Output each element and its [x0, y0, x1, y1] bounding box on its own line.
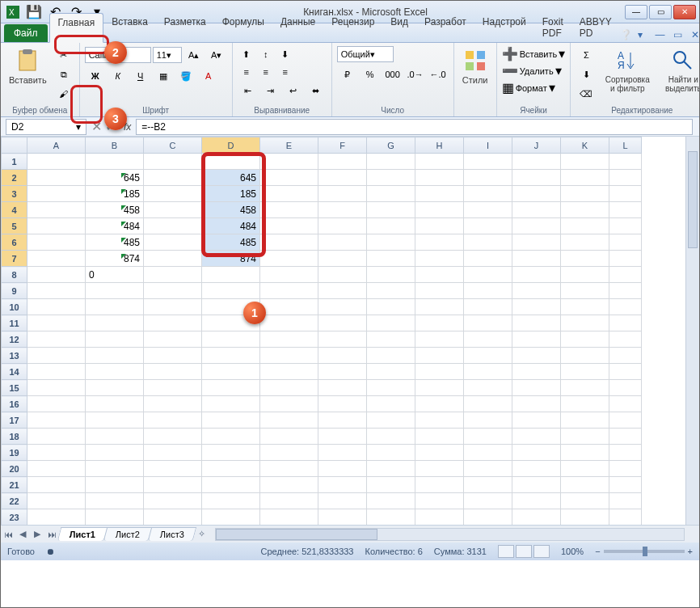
cell-B22[interactable]	[86, 493, 144, 509]
cell-A6[interactable]	[27, 234, 86, 251]
row-header-5[interactable]: 5	[2, 218, 27, 234]
cell-I10[interactable]	[464, 299, 512, 315]
cell-K3[interactable]	[561, 186, 609, 202]
row-header-12[interactable]: 12	[2, 331, 27, 348]
cell-D5[interactable]: 484	[202, 218, 260, 234]
cell-J19[interactable]	[512, 445, 561, 461]
cell-F14[interactable]	[318, 364, 367, 380]
cell-D16[interactable]	[202, 396, 260, 412]
cell-A8[interactable]	[27, 267, 86, 283]
cell-A11[interactable]	[27, 315, 86, 331]
row-header-4[interactable]: 4	[2, 202, 27, 218]
cell-H6[interactable]	[415, 234, 464, 251]
cell-C10[interactable]	[144, 299, 202, 315]
cell-K16[interactable]	[561, 396, 609, 412]
cell-H2[interactable]	[415, 170, 464, 186]
cell-G5[interactable]	[367, 218, 415, 234]
cell-D17[interactable]	[202, 412, 260, 429]
cell-G13[interactable]	[367, 348, 415, 364]
cell-J6[interactable]	[512, 234, 561, 251]
fill-color-icon[interactable]: 🪣	[175, 67, 196, 85]
cell-K5[interactable]	[561, 218, 609, 234]
copy-icon[interactable]: ⧉	[53, 65, 74, 83]
cell-D21[interactable]	[202, 477, 260, 493]
cell-L2[interactable]	[609, 170, 642, 186]
cell-I14[interactable]	[464, 364, 512, 380]
cell-B19[interactable]	[86, 445, 144, 461]
cell-B14[interactable]	[86, 364, 144, 380]
align-mid-icon[interactable]: ↕	[257, 46, 275, 62]
cell-C14[interactable]	[144, 364, 202, 380]
cell-D1[interactable]	[202, 154, 260, 170]
minimize-button[interactable]: —	[625, 5, 647, 19]
cell-G11[interactable]	[367, 315, 415, 331]
cell-J1[interactable]	[512, 154, 561, 170]
styles-button[interactable]: Стили	[459, 46, 491, 87]
cell-C20[interactable]	[144, 461, 202, 477]
cut-icon[interactable]: ✂	[53, 46, 74, 64]
cell-J4[interactable]	[512, 202, 561, 218]
cell-D19[interactable]	[202, 445, 260, 461]
align-center-icon[interactable]: ≡	[257, 64, 275, 80]
cell-J16[interactable]	[512, 396, 561, 412]
autosum-icon[interactable]: Σ	[576, 46, 597, 64]
doc-min-icon[interactable]: —	[656, 29, 668, 42]
cell-K7[interactable]	[561, 251, 609, 267]
cell-K9[interactable]	[561, 283, 609, 299]
cell-G2[interactable]	[367, 170, 415, 186]
cell-B3[interactable]: 185	[86, 186, 144, 202]
cell-B13[interactable]	[86, 348, 144, 364]
cell-K23[interactable]	[561, 509, 609, 526]
sheet-nav-prev[interactable]: ◀	[15, 529, 30, 539]
cell-C8[interactable]	[144, 267, 202, 283]
cell-K6[interactable]	[561, 234, 609, 251]
cell-H15[interactable]	[415, 380, 464, 396]
new-sheet-icon[interactable]: ✧	[194, 529, 209, 539]
cell-B9[interactable]	[86, 283, 144, 299]
col-header-C[interactable]: C	[144, 137, 202, 154]
cell-E15[interactable]	[260, 380, 318, 396]
col-header-H[interactable]: H	[415, 137, 464, 154]
cell-K4[interactable]	[561, 202, 609, 218]
cell-B18[interactable]	[86, 429, 144, 445]
cell-D22[interactable]	[202, 493, 260, 509]
cell-H20[interactable]	[415, 461, 464, 477]
cell-B17[interactable]	[86, 412, 144, 429]
cell-H22[interactable]	[415, 493, 464, 509]
col-header-D[interactable]: D	[202, 137, 260, 154]
tab-Вид[interactable]: Вид	[382, 13, 416, 42]
cell-A14[interactable]	[27, 364, 86, 380]
cell-A5[interactable]	[27, 218, 86, 234]
cell-K10[interactable]	[561, 299, 609, 315]
cell-K1[interactable]	[561, 154, 609, 170]
maximize-button[interactable]: ▭	[649, 5, 672, 19]
font-color-icon[interactable]: A	[198, 67, 219, 85]
cell-E2[interactable]	[260, 170, 318, 186]
col-header-F[interactable]: F	[318, 137, 367, 154]
cell-G14[interactable]	[367, 364, 415, 380]
cell-H17[interactable]	[415, 412, 464, 429]
col-header-G[interactable]: G	[367, 137, 415, 154]
cell-G12[interactable]	[367, 331, 415, 348]
cell-J7[interactable]	[512, 251, 561, 267]
align-top-icon[interactable]: ⬆	[238, 46, 255, 62]
cell-F4[interactable]	[318, 202, 367, 218]
cell-A9[interactable]	[27, 283, 86, 299]
cell-B10[interactable]	[86, 299, 144, 315]
cell-F16[interactable]	[318, 396, 367, 412]
tab-Вставка[interactable]: Вставка	[103, 13, 156, 42]
cell-L1[interactable]	[609, 154, 642, 170]
cell-I20[interactable]	[464, 461, 512, 477]
cell-C22[interactable]	[144, 493, 202, 509]
cell-G23[interactable]	[367, 509, 415, 526]
name-box[interactable]: D2▾	[6, 119, 86, 135]
cell-H3[interactable]	[415, 186, 464, 202]
cell-I5[interactable]	[464, 218, 512, 234]
cell-C21[interactable]	[144, 477, 202, 493]
wrap-text-icon[interactable]: ↩	[283, 82, 304, 99]
cell-B15[interactable]	[86, 380, 144, 396]
cell-A21[interactable]	[27, 477, 86, 493]
cell-G15[interactable]	[367, 380, 415, 396]
cell-H10[interactable]	[415, 299, 464, 315]
cell-J21[interactable]	[512, 477, 561, 493]
